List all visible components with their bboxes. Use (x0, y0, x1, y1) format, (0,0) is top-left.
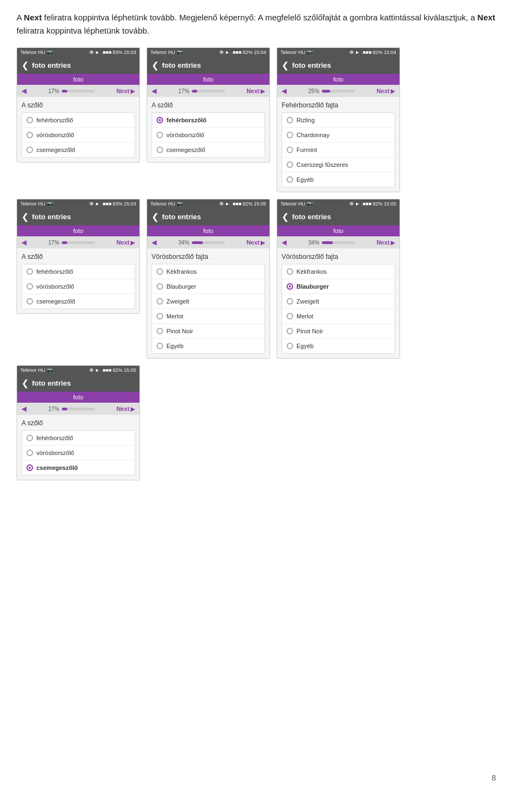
progress-bar: ◀ 17% Next ▶ (17, 403, 139, 415)
radio-circle[interactable] (156, 268, 163, 275)
option-item-0[interactable]: Rizling (282, 113, 395, 128)
prev-arrow-icon[interactable]: ◀ (21, 87, 26, 95)
option-item-2[interactable]: csemegeszőlő (22, 461, 134, 475)
option-item-1[interactable]: vörösborszőlő (22, 279, 134, 294)
radio-circle[interactable] (26, 283, 33, 290)
photo-tab-bar[interactable]: foto (17, 74, 139, 85)
radio-circle[interactable] (26, 298, 33, 305)
photo-tab-bar[interactable]: foto (17, 392, 139, 403)
prev-arrow-icon[interactable]: ◀ (21, 239, 26, 246)
radio-circle[interactable] (287, 268, 293, 275)
radio-circle[interactable] (287, 328, 293, 334)
option-item-3[interactable]: Cserszegi fűszeres (282, 158, 395, 172)
prev-arrow-icon[interactable]: ◀ (282, 87, 287, 95)
radio-circle[interactable] (287, 343, 293, 349)
radio-circle[interactable] (287, 161, 293, 168)
radio-circle[interactable] (26, 435, 33, 441)
photo-tab-bar[interactable]: foto (147, 225, 269, 236)
option-item-0[interactable]: fehérborszőlő (152, 113, 264, 128)
prev-arrow-icon[interactable]: ◀ (282, 239, 287, 246)
radio-circle[interactable] (287, 147, 293, 153)
progress-bar: ◀ 17% Next ▶ (17, 85, 139, 97)
photo-tab-bar[interactable]: foto (147, 74, 269, 85)
next-button[interactable]: Next ▶ (246, 88, 265, 94)
progress-track (322, 241, 355, 244)
radio-circle[interactable] (287, 298, 293, 305)
radio-circle[interactable] (156, 298, 163, 305)
option-item-4[interactable]: Egyéb (282, 172, 395, 187)
radio-circle[interactable] (26, 464, 33, 471)
back-arrow-icon[interactable]: ❮ (21, 378, 29, 388)
radio-circle[interactable] (26, 117, 33, 123)
radio-circle[interactable] (287, 313, 293, 320)
option-item-1[interactable]: Chardonnay (282, 128, 395, 143)
option-item-1[interactable]: Blauburger (282, 279, 395, 294)
option-item-5[interactable]: Egyéb (282, 339, 395, 353)
radio-circle[interactable] (156, 147, 163, 153)
photo-tab-bar[interactable]: foto (277, 74, 400, 85)
nav-bar: ❮ foto entries (147, 208, 269, 225)
radio-circle[interactable] (287, 132, 293, 138)
radio-circle[interactable] (26, 450, 33, 456)
next-button[interactable]: Next ▶ (116, 405, 135, 412)
option-item-2[interactable]: csemegeszőlő (22, 143, 134, 157)
next-button[interactable]: Next ▶ (376, 88, 395, 94)
prev-arrow-icon[interactable]: ◀ (21, 405, 26, 413)
option-item-0[interactable]: fehérborszőlő (22, 113, 134, 128)
option-item-2[interactable]: csemegeszőlő (152, 143, 264, 157)
options-list: fehérborszőlővörösborszőlőcsemegeszőlő (152, 112, 265, 158)
radio-circle[interactable] (287, 283, 293, 290)
option-item-4[interactable]: Pinot Noir (282, 324, 395, 339)
radio-circle[interactable] (156, 343, 163, 349)
option-item-0[interactable]: Kékfrankos (152, 264, 264, 279)
options-list: RizlingChardonnayFurmintCserszegi fűszer… (282, 112, 395, 187)
next-button[interactable]: Next ▶ (116, 239, 135, 246)
radio-circle[interactable] (287, 117, 293, 123)
radio-circle[interactable] (287, 176, 293, 183)
option-item-3[interactable]: Merlot (152, 309, 264, 324)
next-button[interactable]: Next ▶ (116, 88, 135, 94)
option-item-2[interactable]: Zweigelt (282, 294, 395, 309)
prev-arrow-icon[interactable]: ◀ (152, 87, 156, 95)
radio-circle[interactable] (26, 268, 33, 275)
option-item-0[interactable]: fehérborszőlő (22, 264, 134, 279)
back-arrow-icon[interactable]: ❮ (21, 212, 29, 222)
back-arrow-icon[interactable]: ❮ (152, 212, 159, 222)
option-item-2[interactable]: Furmint (282, 143, 395, 158)
back-arrow-icon[interactable]: ❮ (282, 60, 289, 71)
back-arrow-icon[interactable]: ❮ (282, 212, 289, 222)
back-arrow-icon[interactable]: ❮ (21, 60, 29, 71)
option-item-0[interactable]: fehérborszőlő (22, 431, 134, 446)
radio-circle[interactable] (156, 313, 163, 320)
option-item-1[interactable]: Blauburger (152, 279, 264, 294)
next-label: Next (246, 239, 260, 246)
option-item-3[interactable]: Merlot (282, 309, 395, 324)
photo-tab-bar[interactable]: foto (277, 225, 400, 236)
option-label: vörösborszőlő (36, 132, 74, 138)
option-item-0[interactable]: Kékfrankos (282, 264, 395, 279)
option-item-2[interactable]: csemegeszőlő (22, 294, 134, 308)
option-item-1[interactable]: vörösborszőlő (152, 128, 264, 143)
option-item-4[interactable]: Pinot Noir (152, 324, 264, 339)
next-arrow-icon: ▶ (131, 88, 135, 94)
signal-icon: ☸ ► .■■■ (219, 50, 242, 55)
option-item-1[interactable]: vörösborszőlő (22, 128, 134, 143)
phone-screen-s7: Telenor HU 📷 ☸ ► .■■■ 82% 15:05 ❮ foto e… (17, 365, 140, 480)
prev-arrow-icon[interactable]: ◀ (152, 239, 156, 246)
radio-circle[interactable] (156, 132, 163, 138)
option-label: fehérborszőlő (36, 268, 73, 275)
radio-circle[interactable] (156, 328, 163, 334)
option-item-2[interactable]: Zweigelt (152, 294, 264, 309)
radio-circle[interactable] (26, 132, 33, 138)
progress-bar: ◀ 34% Next ▶ (147, 236, 269, 248)
next-button[interactable]: Next ▶ (246, 239, 265, 246)
option-item-5[interactable]: Egyéb (152, 339, 264, 353)
section-title: Vörösborszőlő fajta (152, 253, 265, 261)
photo-tab-bar[interactable]: foto (17, 225, 139, 236)
radio-circle[interactable] (156, 283, 163, 290)
radio-circle[interactable] (26, 147, 33, 153)
option-item-1[interactable]: vörösborszőlő (22, 446, 134, 461)
back-arrow-icon[interactable]: ❮ (152, 60, 159, 71)
radio-circle[interactable] (156, 117, 163, 123)
next-button[interactable]: Next ▶ (376, 239, 395, 246)
